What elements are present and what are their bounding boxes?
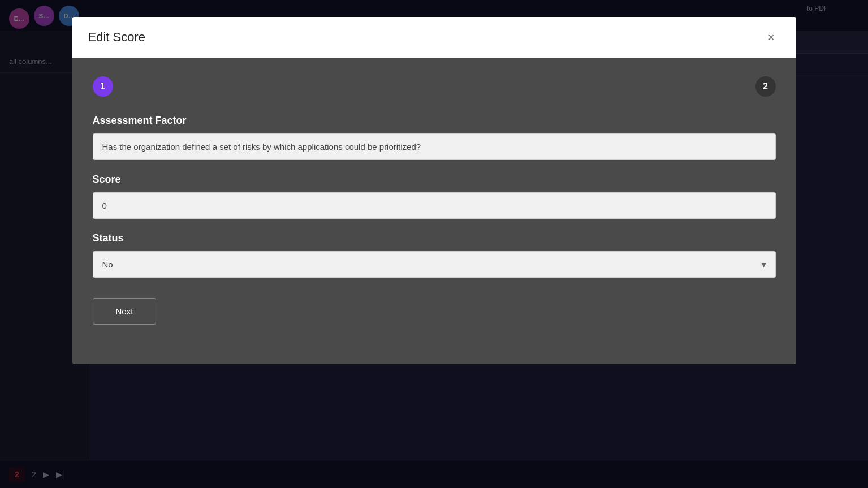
modal-body: 1 2 Assessment Factor Score Status No Ye: [72, 58, 796, 364]
next-button[interactable]: Next: [93, 298, 157, 325]
status-select[interactable]: No Yes N/A: [93, 251, 776, 278]
step-1-indicator: 1: [93, 76, 113, 97]
score-section: Score: [93, 174, 776, 219]
modal-title: Edit Score: [88, 30, 146, 45]
step-indicators: 1 2: [93, 76, 776, 97]
modal-overlay: Edit Score × 1 2 Assessment Factor Score: [0, 0, 868, 488]
modal-close-button[interactable]: ×: [762, 28, 780, 46]
edit-score-modal: Edit Score × 1 2 Assessment Factor Score: [72, 17, 796, 364]
assessment-factor-input[interactable]: [93, 133, 776, 160]
score-input[interactable]: [93, 192, 776, 219]
score-label: Score: [93, 174, 776, 185]
status-section: Status No Yes N/A ▼: [93, 232, 776, 278]
assessment-factor-label: Assessment Factor: [93, 115, 776, 127]
status-label: Status: [93, 232, 776, 244]
status-select-wrapper: No Yes N/A ▼: [93, 251, 776, 278]
modal-header: Edit Score ×: [72, 17, 796, 58]
assessment-factor-section: Assessment Factor: [93, 115, 776, 160]
step-2-indicator: 2: [755, 76, 776, 97]
